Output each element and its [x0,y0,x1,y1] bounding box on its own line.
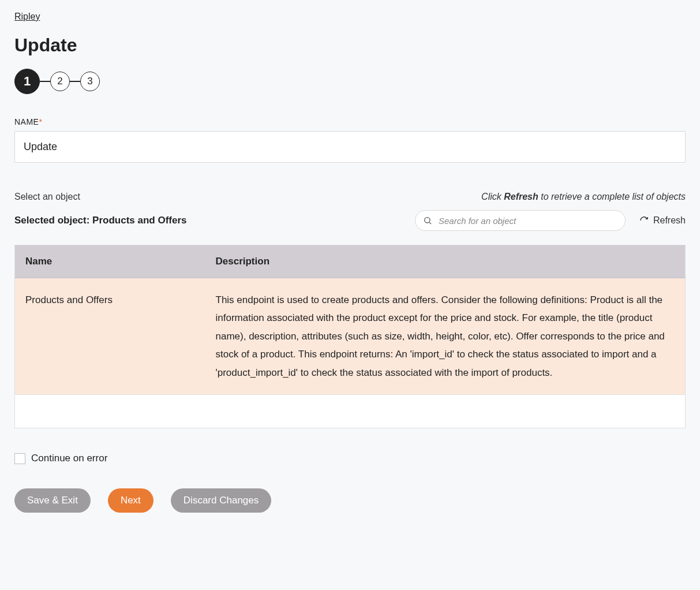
continue-on-error-label: Continue on error [31,453,107,464]
svg-line-1 [429,222,431,224]
page-title: Update [14,35,686,56]
step-2[interactable]: 2 [50,72,70,91]
step-3[interactable]: 3 [80,72,100,91]
next-button[interactable]: Next [108,488,154,513]
selected-object-prefix: Selected object: [14,215,92,226]
save-exit-button[interactable]: Save & Exit [14,488,91,513]
table-cell-description: This endpoint is used to create products… [205,278,686,395]
object-table: Name Description Products and Offers Thi… [14,245,686,395]
table-header-description[interactable]: Description [205,245,686,278]
table-header-name[interactable]: Name [15,245,205,278]
step-connector [40,81,50,82]
select-object-hint: Select an object [14,192,80,202]
table-cell-name: Products and Offers [15,278,205,395]
breadcrumb-link[interactable]: Ripley [14,12,40,21]
refresh-label: Refresh [653,215,686,226]
search-input[interactable] [415,210,626,231]
search-icon [423,216,432,225]
svg-point-0 [425,218,430,223]
refresh-hint: Click Refresh to retrieve a complete lis… [481,192,686,202]
step-connector [70,81,80,82]
name-label-text: NAME [14,117,39,126]
stepper: 1 2 3 [14,69,686,94]
continue-on-error-checkbox[interactable] [14,453,25,464]
table-footer [14,395,686,428]
refresh-icon [639,216,649,225]
refresh-hint-bold: Refresh [504,192,538,201]
discard-button[interactable]: Discard Changes [171,488,271,513]
table-row[interactable]: Products and Offers This endpoint is use… [15,278,686,395]
name-field-label: NAME* [14,117,686,126]
selected-object-name: Products and Offers [92,215,186,226]
step-1[interactable]: 1 [14,69,40,94]
refresh-hint-suffix: to retrieve a complete list of objects [538,192,686,201]
required-star: * [39,117,42,126]
selected-object-label: Selected object: Products and Offers [14,215,187,226]
refresh-hint-prefix: Click [481,192,504,201]
name-input[interactable] [14,131,686,163]
refresh-button[interactable]: Refresh [639,215,686,226]
